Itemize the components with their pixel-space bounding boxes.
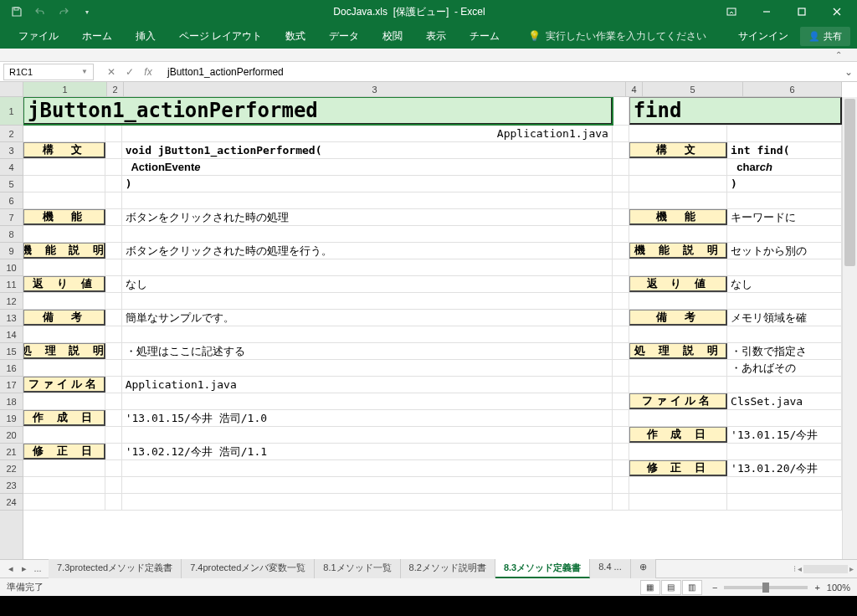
remarks-value: 簡単なサンプルです。: [122, 310, 613, 326]
col-header[interactable]: 5: [643, 82, 743, 96]
row-header[interactable]: 10: [0, 259, 23, 276]
zoom-level[interactable]: 100%: [827, 583, 850, 593]
return-value: なし: [122, 276, 613, 292]
row-header[interactable]: 15: [0, 343, 23, 360]
row-header[interactable]: 16: [0, 360, 23, 377]
accept-formula-icon[interactable]: ✓: [122, 66, 137, 78]
row-header[interactable]: 4: [0, 159, 23, 176]
row-header[interactable]: 9: [0, 243, 23, 259]
row-header[interactable]: 21: [0, 444, 23, 460]
row-header[interactable]: 14: [0, 326, 23, 343]
sheet-tab[interactable]: 7.3protectedメソッド定義書: [49, 559, 182, 578]
close-icon[interactable]: [820, 2, 854, 22]
tab-view[interactable]: 表示: [414, 24, 458, 49]
sheet-tab[interactable]: 8.1メソッド一覧: [315, 559, 400, 578]
new-sheet-button[interactable]: ⊕: [631, 559, 656, 578]
syntax-line: void jButton1_actionPerformed(: [122, 142, 613, 158]
undo-icon[interactable]: [30, 3, 50, 21]
view-pagelayout-icon[interactable]: ▤: [661, 580, 681, 595]
label-created-2: 作 成 日: [629, 427, 727, 443]
row-header[interactable]: 8: [0, 226, 23, 243]
formula-input[interactable]: jButton1_actionPerformed: [162, 66, 840, 78]
ribbon-options-icon[interactable]: [715, 2, 748, 22]
zoom-controls: − + 100%: [712, 583, 850, 593]
row-header[interactable]: 7: [0, 209, 23, 226]
row-header[interactable]: 20: [0, 427, 23, 444]
view-pagebreak-icon[interactable]: ▥: [682, 580, 702, 595]
row-header[interactable]: 13: [0, 310, 23, 326]
sheet-nav-prev-icon[interactable]: ▸: [18, 563, 30, 574]
label-modified-2: 修 正 日: [629, 460, 727, 476]
tab-data[interactable]: データ: [317, 24, 371, 49]
row-header[interactable]: 19: [0, 410, 23, 427]
row-header[interactable]: 18: [0, 393, 23, 410]
zoom-out-icon[interactable]: −: [712, 583, 717, 593]
label-filename-2: ファイル名: [629, 393, 727, 409]
tab-formulas[interactable]: 数式: [274, 24, 317, 49]
column-headers: 1 2 3 4 5 6: [23, 82, 842, 97]
title-bar: ▾ DocJava.xls [保護ビュー] - Excel: [0, 0, 857, 23]
tell-me-search[interactable]: 💡 実行したい作業を入力してください: [511, 29, 726, 44]
name-box[interactable]: R1C1 ▼: [3, 64, 94, 80]
formula-expand-icon[interactable]: ⌄: [840, 66, 857, 78]
label-return: 返 り 値: [23, 276, 105, 292]
row-header[interactable]: 2: [0, 126, 23, 142]
zoom-in-icon[interactable]: +: [814, 583, 819, 593]
label-remarks-2: 備 考: [629, 310, 727, 326]
col-header[interactable]: 1: [23, 82, 107, 96]
fx-icon[interactable]: fx: [141, 66, 156, 78]
row-header[interactable]: 24: [0, 494, 23, 511]
redo-icon[interactable]: [54, 3, 74, 21]
syntax-line: ActionEvent e: [122, 159, 613, 175]
col-header[interactable]: 2: [107, 82, 124, 96]
save-icon[interactable]: [7, 3, 27, 21]
signin-link[interactable]: サインイン: [726, 29, 800, 44]
scrollbar-thumb[interactable]: [844, 99, 855, 266]
row-header[interactable]: 3: [0, 142, 23, 159]
modified-value-2: '13.01.20/今井: [727, 460, 842, 476]
sheet-tab[interactable]: 8.2メソッド説明書: [401, 559, 495, 578]
ribbon-collapse[interactable]: ⌃: [0, 49, 857, 62]
row-header[interactable]: 11: [0, 276, 23, 293]
sheet-tab-active[interactable]: 8.3メソッド定義書: [495, 559, 590, 578]
row-header[interactable]: 6: [0, 192, 23, 209]
sheet-tab[interactable]: 8.4 ...: [590, 559, 631, 578]
zoom-slider[interactable]: [724, 586, 808, 589]
cells-area[interactable]: jButton1_actionPerformed find Applicatio…: [23, 97, 842, 559]
lightbulb-icon: 💡: [528, 30, 541, 42]
horizontal-scrollbar[interactable]: ⁝◂▸: [790, 564, 857, 573]
method-title-cell-2[interactable]: find: [629, 97, 842, 125]
col-header[interactable]: 4: [626, 82, 643, 96]
sheet-tab[interactable]: 7.4protectedメンバ変数一覧: [182, 559, 315, 578]
method-title-cell[interactable]: jButton1_actionPerformed: [23, 97, 613, 125]
minimize-icon[interactable]: [750, 2, 783, 22]
cancel-formula-icon[interactable]: ✕: [104, 66, 119, 78]
sheet-nav-first-icon[interactable]: ◂: [5, 563, 17, 574]
tab-home[interactable]: ホーム: [70, 24, 124, 49]
tab-team[interactable]: チーム: [458, 24, 511, 49]
qat-dropdown-icon[interactable]: ▾: [77, 3, 97, 21]
row-header[interactable]: 12: [0, 293, 23, 310]
tab-pagelayout[interactable]: ページ レイアウト: [167, 24, 274, 49]
row-header[interactable]: 22: [0, 460, 23, 477]
tab-review[interactable]: 校閲: [371, 24, 414, 49]
maximize-icon[interactable]: [785, 2, 819, 22]
share-button[interactable]: 👤 共有: [800, 27, 850, 46]
select-all-corner[interactable]: [0, 82, 23, 97]
svg-rect-3: [798, 8, 805, 15]
vertical-scrollbar[interactable]: [842, 97, 857, 559]
row-header[interactable]: 1: [0, 97, 23, 126]
label-proc: 処 理 説 明: [23, 343, 105, 359]
tab-insert[interactable]: 挿入: [124, 24, 167, 49]
view-normal-icon[interactable]: ▦: [640, 580, 660, 595]
label-filename: ファイル名: [23, 377, 105, 393]
sheet-nav-more[interactable]: ...: [32, 563, 44, 574]
tell-me-placeholder: 実行したい作業を入力してください: [546, 29, 706, 44]
row-header[interactable]: 23: [0, 477, 23, 494]
row-header[interactable]: 5: [0, 176, 23, 192]
row-header[interactable]: 17: [0, 377, 23, 393]
tab-file[interactable]: ファイル: [7, 24, 70, 49]
col-header[interactable]: 6: [743, 82, 842, 96]
syntax-line-2: char ch: [727, 159, 842, 175]
col-header[interactable]: 3: [124, 82, 626, 96]
